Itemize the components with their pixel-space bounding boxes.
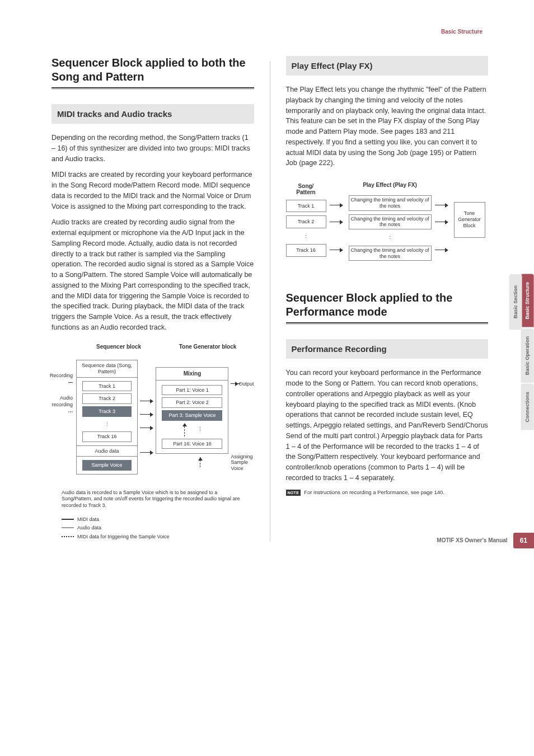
diagram-caption: Audio data is recorded to a Sample Voice… [62,490,249,509]
paragraph: You can record your keyboard performance… [286,368,489,483]
track-box: Track 16 [286,244,326,257]
play-effect-diagram: Song/ Pattern Track 1 Track 2 : Track 16… [286,179,489,261]
assigning-label: Assigning Sample Voice [231,454,254,472]
arrow-up-dotted-icon [198,457,203,467]
arrow-right-icon [435,203,448,208]
playfx-box: Changing the timing and velocity of the … [349,195,432,211]
track-box: Track 1 [286,200,326,213]
play-effect-label: Play Effect (Play FX) [349,179,432,192]
arrow-right-icon [330,203,343,208]
seq-data-title: Sequence data (Song, Pattern) [77,360,137,378]
track-box: Track 16 [82,431,132,442]
audio-recording-label: Audio recording [51,395,73,416]
side-tab-connections[interactable]: Connections [521,384,534,430]
track-box: Track 2 [82,393,132,404]
audio-data-title: Audio data [77,445,137,457]
legend-line-solid-icon [62,519,74,520]
h3-play-effect: Play Effect (Play FX) [286,56,489,76]
page-header-section: Basic Structure [441,28,483,36]
dg2-tracks-column: Song/ Pattern Track 1 Track 2 : Track 16 [286,183,326,257]
legend-label: MIDI data [77,516,99,523]
seq-block-header: Sequencer block [85,343,152,351]
side-tabs-outer: Basic Structure Basic Operation Connecti… [521,274,534,430]
column-divider [270,62,270,542]
track-box-highlighted: Track 3 [82,406,132,417]
footer-manual-title: MOTIF XS Owner's Manual [437,537,507,544]
h3-performance-recording: Performance Recording [286,339,489,359]
track-box: Track 2 [286,215,326,228]
right-column: Play Effect (Play FX) The Play Effect le… [286,56,489,542]
diagram-left-labels: Recording Audio recording [51,353,74,482]
arrow-right-icon [435,219,448,225]
legend-line-grey-icon [62,527,74,528]
ellipsis: ⋮ [198,426,203,433]
arrow-right-icon [140,425,153,431]
playfx-box: Changing the timing and velocity of the … [349,214,432,230]
page-number: 61 [513,533,534,549]
legend-line-dotted-icon [62,536,74,537]
page-footer: MOTIF XS Owner's Manual 61 [437,533,534,549]
sample-voice-box: Sample Voice [82,460,132,471]
ellipsis: ⋮ [105,419,110,430]
arrow-right-icon [140,398,153,404]
output-column: Output Assigning Sample Voice [231,363,254,472]
ellipsis: : [349,233,432,242]
track-box: Track 1 [82,381,132,392]
side-tab-basic-structure[interactable]: Basic Structure [521,274,534,327]
playfx-box: Changing the timing and velocity of the … [349,246,432,261]
sequencer-column: Sequence data (Song, Pattern) Track 1 Tr… [76,360,138,475]
part-box-highlighted: Part 3: Sample Voice [162,410,222,421]
output-label: Output [238,381,254,388]
arrow-right-icon [435,247,448,253]
arrow-right-icon [330,219,343,225]
arrow-right-icon [231,381,238,387]
h2-rule [286,322,489,325]
sequencer-tone-generator-diagram: Sequencer block Tone Generator block Rec… [51,343,254,541]
arrow-column [140,379,153,456]
arrow-column [330,187,345,253]
side-tab-basic-section[interactable]: Basic Section [509,274,522,330]
h3-midi-audio-tracks: MIDI tracks and Audio tracks [51,104,254,124]
legend-label: Audio data [77,524,101,532]
h2-seq-block-song-pattern: Sequencer Block applied to both the Song… [51,56,254,87]
diagram-legend: MIDI data Audio data MIDI data for trigg… [62,516,254,541]
left-column: Sequencer Block applied to both the Song… [51,56,254,542]
note-text: For instructions on recording a Performa… [304,489,444,496]
part-box: Part 2: Voice 2 [162,397,222,408]
h2-rule [51,87,254,90]
part-box: Part 1: Voice 1 [162,385,222,396]
paragraph: MIDI tracks are created by recording you… [51,170,254,212]
side-tabs-inner: Basic Section [509,274,522,330]
mixing-title: Mixing [156,368,228,381]
arrow-column [435,187,451,253]
tg-block-header: Tone Generator block [171,343,244,351]
song-pattern-label: Song/ Pattern [286,183,326,196]
part-box: Part 16: Voice 16 [162,439,222,449]
arrow-up-icon [182,423,188,436]
recording-label: Recording [50,372,73,386]
paragraph: Depending on the recording method, the S… [51,133,254,164]
note-badge-icon: NOTE [286,490,301,496]
ellipsis: : [286,232,326,241]
tone-generator-column: Mixing Part 1: Voice 1 Part 2: Voice 2 P… [156,367,228,454]
arrow-right-icon [140,450,153,456]
side-tab-basic-operation[interactable]: Basic Operation [521,328,534,383]
arrow-right-icon [140,412,153,417]
arrow-right-icon [330,247,343,253]
paragraph: The Play Effect lets you change the rhyt… [286,84,489,168]
legend-label: MIDI data for triggering the Sample Voic… [77,533,170,541]
note-row: NOTE For instructions on recording a Per… [286,489,489,496]
tone-generator-block-box: Tone Generator Block [454,202,485,238]
dg2-playfx-column: Play Effect (Play FX) Changing the timin… [349,179,432,261]
paragraph: Audio tracks are created by recording au… [51,217,254,332]
h2-seq-block-performance: Sequencer Block applied to the Performan… [286,291,489,322]
